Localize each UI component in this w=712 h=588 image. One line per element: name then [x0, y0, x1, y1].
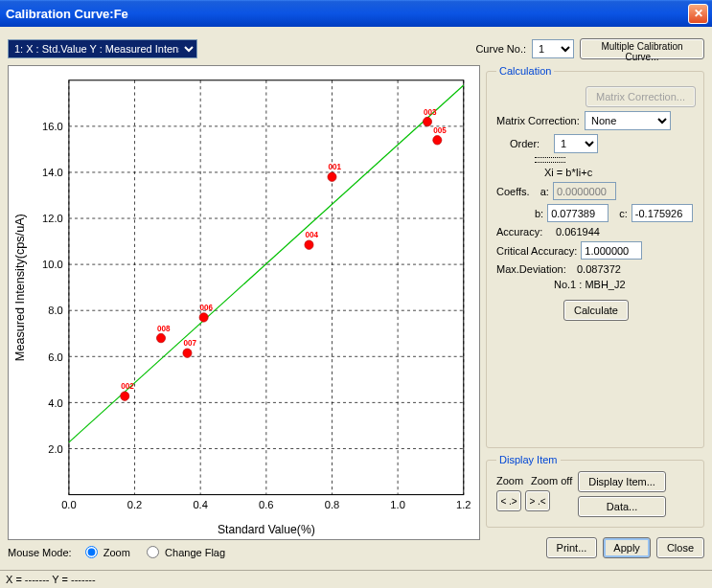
curve-no-select[interactable]: 1: [532, 39, 574, 58]
svg-point-36: [423, 117, 431, 126]
svg-point-34: [121, 392, 129, 401]
svg-text:004: 004: [305, 231, 318, 239]
order-select[interactable]: 1: [554, 134, 598, 153]
svg-text:0.4: 0.4: [193, 499, 208, 510]
svg-text:002: 002: [121, 382, 134, 391]
coeffs-label: Coeffs.: [496, 186, 530, 197]
mouse-mode-changeflag-radio[interactable]: [147, 546, 159, 558]
critical-accuracy-label: Critical Accuracy:: [496, 245, 577, 257]
svg-text:10.0: 10.0: [42, 259, 63, 270]
zoom-left-button[interactable]: < .>: [496, 490, 521, 511]
multiple-calibration-button[interactable]: Multiple Calibration Curve...: [580, 38, 704, 59]
svg-text:Standard Value(%): Standard Value(%): [218, 522, 315, 535]
svg-point-40: [433, 136, 442, 146]
svg-text:4.0: 4.0: [48, 396, 63, 408]
matrix-correction-select[interactable]: None: [585, 111, 671, 130]
formula-text: Xi = b*Ii+c: [544, 167, 592, 178]
fit-line-style-icon: [535, 157, 565, 158]
status-bar: X = ------- Y = -------: [0, 570, 712, 588]
display-item-button[interactable]: Display Item...: [578, 471, 666, 492]
svg-text:001: 001: [328, 163, 341, 171]
close-icon[interactable]: ✕: [688, 4, 708, 24]
coeff-a-label: a:: [540, 186, 549, 197]
svg-text:006: 006: [200, 304, 214, 312]
calibration-chart[interactable]: 0.00.20.40.60.81.01.22.04.06.08.010.012.…: [8, 65, 480, 540]
svg-text:14.0: 14.0: [42, 167, 63, 178]
max-deviation-value: 0.087372: [577, 263, 621, 275]
fit-line-style-icon: [535, 162, 565, 163]
changeflag-radio-label: Change Flag: [165, 547, 225, 558]
coeff-b-label: b:: [535, 208, 543, 219]
accuracy-label: Accuracy:: [496, 226, 552, 237]
matrix-correction-label: Matrix Correction:: [496, 115, 581, 126]
plot-mode-select[interactable]: 1: X : Std.Value Y : Measured Intensity: [8, 39, 197, 58]
svg-text:008: 008: [157, 325, 171, 333]
mouse-mode-label: Mouse Mode:: [8, 547, 72, 558]
matrix-correction-button: Matrix Correction...: [586, 86, 696, 107]
accuracy-value: 0.061944: [556, 226, 600, 237]
calculation-legend: Calculation: [496, 65, 554, 77]
calculate-button[interactable]: Calculate: [563, 300, 629, 321]
zoom-radio-label: Zoom: [103, 547, 130, 558]
mouse-mode-zoom-radio[interactable]: [85, 546, 98, 558]
display-item-group: Display Item Zoom Zoom off < .> > .< D: [486, 454, 704, 528]
svg-text:003: 003: [424, 108, 437, 117]
svg-text:005: 005: [433, 126, 447, 135]
apply-button[interactable]: Apply: [603, 537, 651, 558]
zoom-status: Zoom off: [531, 475, 572, 486]
coeff-c-input[interactable]: [632, 204, 693, 222]
svg-text:6.0: 6.0: [48, 351, 63, 362]
svg-text:1.0: 1.0: [390, 499, 405, 510]
svg-text:1.2: 1.2: [456, 499, 471, 510]
svg-point-44: [183, 349, 192, 358]
svg-text:12.0: 12.0: [42, 213, 63, 224]
max-deviation-label: Max.Deviation:: [496, 263, 573, 275]
svg-point-42: [199, 313, 208, 323]
data-button[interactable]: Data...: [578, 496, 666, 517]
print-button[interactable]: Print...: [546, 537, 598, 558]
svg-text:16.0: 16.0: [42, 121, 63, 132]
svg-text:2.0: 2.0: [48, 442, 63, 454]
svg-text:0.0: 0.0: [61, 499, 77, 510]
order-label: Order:: [510, 138, 550, 149]
svg-text:0.6: 0.6: [259, 499, 274, 510]
curve-no-label: Curve No.:: [475, 43, 526, 55]
max-deviation-item: No.1 : MBH_J2: [554, 279, 626, 290]
svg-text:007: 007: [183, 339, 196, 348]
svg-text:Measured Intensity(cps/uA): Measured Intensity(cps/uA): [13, 214, 27, 361]
svg-text:8.0: 8.0: [48, 305, 63, 316]
coeff-a-input: [553, 182, 616, 200]
svg-point-32: [328, 172, 336, 182]
coeff-b-input[interactable]: [547, 204, 609, 222]
svg-text:0.8: 0.8: [325, 499, 340, 510]
coeff-c-label: c:: [619, 208, 628, 219]
close-button[interactable]: Close: [656, 537, 704, 558]
zoom-right-button[interactable]: > .<: [525, 490, 550, 511]
zoom-label: Zoom: [496, 475, 527, 486]
critical-accuracy-input[interactable]: [581, 241, 642, 260]
svg-text:0.2: 0.2: [127, 499, 143, 510]
display-item-legend: Display Item: [496, 454, 561, 465]
window-title: Calibration Curve:Fe: [6, 7, 688, 21]
svg-point-38: [305, 240, 313, 250]
calculation-group: Calculation Matrix Correction... Matrix …: [486, 65, 704, 448]
svg-point-46: [156, 333, 165, 343]
